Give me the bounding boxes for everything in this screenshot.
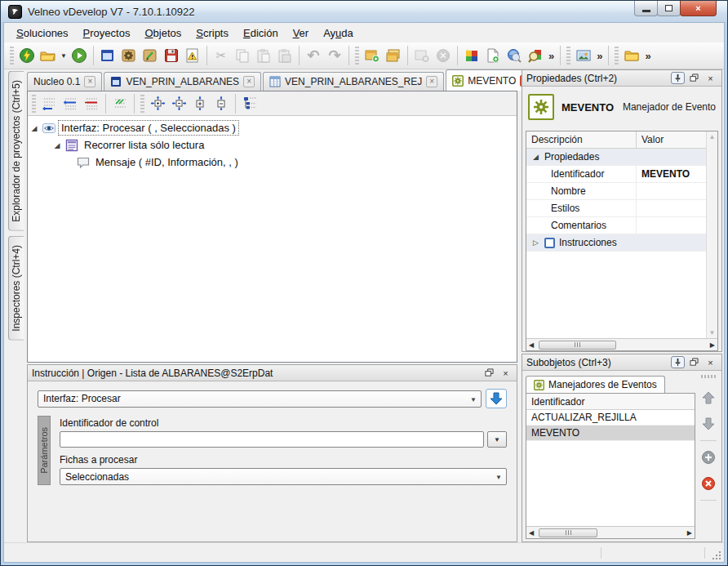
expander-closed-icon[interactable]: ▷ (531, 238, 540, 247)
properties-table-header[interactable]: Descripción Valor (526, 131, 706, 149)
tree-row-interfaz-procesar[interactable]: ◢ Interfaz: Procesar ( , Seleccionadas ) (29, 119, 515, 136)
menu-scripts[interactable]: Scripts (189, 25, 236, 42)
redo-icon[interactable]: ↷ (324, 45, 345, 66)
menu-objetos[interactable]: Objetos (137, 25, 189, 42)
tree-row-mensaje[interactable]: Mensaje ( #ID, Información, , ) (29, 154, 515, 171)
tab-event-handlers[interactable]: Manejadores de Eventos (526, 376, 665, 393)
float-panel-icon[interactable] (482, 367, 496, 379)
search-in-colors-icon[interactable] (525, 45, 546, 66)
toolbar-overflow-icon[interactable]: » (546, 50, 557, 62)
scroll-up-icon[interactable]: ▲ (709, 133, 716, 140)
sidebar-tab-project-explorer[interactable]: Explorador de proyectos (Ctrl+5) (8, 71, 24, 231)
close-all-icon[interactable] (433, 45, 454, 66)
close-button[interactable]: × (680, 1, 717, 16)
windows-icon[interactable] (383, 45, 404, 66)
menu-ver[interactable]: Ver (286, 25, 317, 42)
undo-icon[interactable]: ↶ (303, 45, 324, 66)
object-edit-icon[interactable] (140, 45, 161, 66)
property-value[interactable] (636, 183, 706, 199)
subobjects-dock-header[interactable]: Subobjetos (Ctrl+3) × (522, 354, 721, 371)
group-propiedades[interactable]: ◢Propiedades (526, 149, 706, 166)
toolbar-grip[interactable] (701, 375, 716, 378)
expander-open-icon[interactable]: ◢ (52, 141, 62, 149)
property-row-comentarios[interactable]: Comentarios (526, 217, 706, 234)
subobjects-horizontal-scrollbar[interactable]: ◀ ▶ (526, 526, 695, 538)
comment-line-icon[interactable] (109, 93, 131, 114)
group-instrucciones[interactable]: ▷Instrucciones (526, 234, 706, 252)
paste-special-icon[interactable] (274, 45, 295, 66)
instruction-dock-header[interactable]: Instrucción | Origen - Lista de ALBARANE… (28, 365, 517, 381)
tab-close-icon[interactable]: × (84, 76, 95, 87)
move-up-icon[interactable] (699, 389, 717, 407)
scroll-down-icon[interactable]: ▼ (709, 329, 716, 336)
expander-open-icon[interactable]: ◢ (29, 124, 39, 132)
property-row-estilos[interactable]: Estilos (526, 200, 706, 217)
goto-instruction-button[interactable] (486, 389, 507, 408)
scroll-left-icon[interactable]: ◀ (529, 341, 534, 349)
new-form-icon[interactable] (97, 45, 118, 66)
images-overflow-icon[interactable]: » (594, 50, 605, 62)
tab-ven-prin-albaranes-rej[interactable]: VEN_PRIN_ALBARANES_REJ × (263, 72, 444, 91)
insert-line-icon[interactable] (60, 93, 81, 114)
close-panel-icon[interactable]: × (704, 72, 717, 84)
open-solution-dropdown-icon[interactable]: ▼ (59, 45, 69, 66)
expand-all-icon[interactable] (147, 93, 168, 114)
connect-icon[interactable] (16, 45, 38, 66)
properties-vertical-scrollbar[interactable]: ▲ ▼ (706, 131, 717, 338)
sidebar-tab-inspectors[interactable]: Inspectores (Ctrl+4) (8, 236, 24, 341)
move-down-icon[interactable] (699, 415, 717, 433)
copy-icon[interactable] (232, 45, 253, 66)
menu-soluciones[interactable]: Soluciones (9, 25, 76, 42)
tree-row-recorrer-lista[interactable]: ◢ Recorrer lista sólo lectura (29, 136, 515, 154)
column-valor[interactable]: Valor (636, 131, 706, 148)
tab-close-icon[interactable]: × (243, 76, 255, 87)
control-identifier-dropdown-icon[interactable]: ▼ (487, 431, 507, 448)
delete-line-icon[interactable] (81, 93, 102, 114)
new-window-icon[interactable] (362, 45, 383, 66)
add-subobject-icon[interactable] (699, 448, 717, 466)
records-to-process-select[interactable]: Seleccionadas ▼ (60, 468, 507, 485)
scrollbar-thumb[interactable] (539, 528, 597, 537)
close-panel-icon[interactable]: × (704, 356, 717, 368)
property-value[interactable]: MEVENTO (636, 166, 706, 182)
property-value[interactable] (636, 217, 706, 234)
property-value[interactable] (636, 200, 706, 216)
tab-close-icon[interactable]: × (426, 76, 437, 87)
instruction-select[interactable]: Interfaz: Procesar ▼ (38, 390, 482, 408)
open-solution-icon[interactable] (38, 45, 59, 66)
new-document-icon[interactable] (482, 45, 504, 66)
property-row-identificador[interactable]: Identificador MEVENTO (526, 166, 706, 183)
control-identifier-input[interactable] (60, 431, 484, 448)
menu-proyectos[interactable]: Proyectos (76, 25, 138, 42)
list-header-identificador[interactable]: Identificador (526, 394, 695, 410)
column-descripcion[interactable]: Descripción (526, 134, 636, 145)
folders-icon[interactable] (621, 45, 642, 66)
close-window-icon[interactable] (411, 45, 433, 66)
properties-dock-header[interactable]: Propiedades (Ctrl+2) × (522, 70, 721, 87)
pin-panel-icon[interactable] (671, 72, 685, 84)
list-item-mevento[interactable]: MEVENTO (526, 426, 695, 441)
toolbar-grip[interactable] (10, 47, 14, 65)
pin-panel-icon[interactable] (671, 356, 685, 368)
paste-icon[interactable] (253, 45, 274, 66)
add-line-icon[interactable] (38, 93, 60, 114)
scroll-right-icon[interactable]: ▶ (710, 341, 715, 349)
minimize-button[interactable] (634, 1, 658, 16)
tab-nucleo[interactable]: Nucleo 0.1 × (27, 72, 102, 91)
images-icon[interactable] (573, 45, 594, 66)
menu-edicion[interactable]: Edición (236, 25, 286, 42)
float-panel-icon[interactable] (687, 72, 701, 84)
close-panel-icon[interactable]: × (499, 367, 513, 379)
resize-grip[interactable] (712, 550, 721, 560)
color-scheme-icon[interactable] (461, 45, 482, 66)
scroll-left-icon[interactable]: ◀ (529, 529, 534, 537)
list-item-actualizar-rejilla[interactable]: ACTUALIZAR_REJILLA (526, 410, 695, 426)
scroll-right-icon[interactable]: ▶ (687, 529, 692, 537)
property-row-nombre[interactable]: Nombre (526, 183, 706, 200)
expand-node-icon[interactable] (189, 93, 211, 114)
tab-ven-prin-albaranes[interactable]: VEN_PRIN_ALBARANES × (104, 72, 261, 91)
error-list-icon[interactable] (182, 45, 203, 66)
delete-subobject-icon[interactable] (699, 475, 717, 492)
expander-open-icon[interactable]: ◢ (531, 153, 540, 161)
folders-overflow-icon[interactable]: » (642, 50, 653, 62)
